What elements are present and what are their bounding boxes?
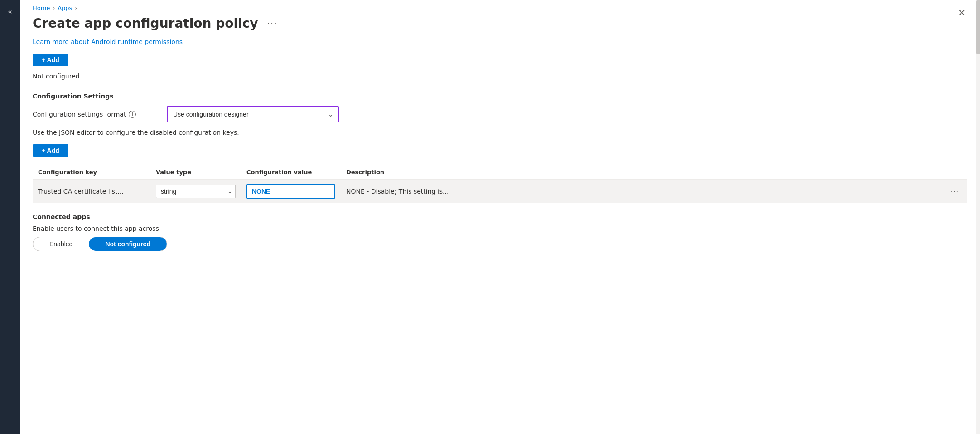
breadcrumb: Home › Apps › (20, 0, 980, 14)
close-button[interactable]: ✕ (954, 5, 969, 20)
row-config-key: Trusted CA certificate list... (33, 183, 150, 200)
value-type-select-wrapper: string integer boolean bundle list ⌄ (156, 185, 236, 198)
col-header-key: Configuration key (33, 169, 150, 176)
add-config-key-button[interactable]: + Add (33, 144, 68, 157)
collapse-button[interactable]: « (4, 4, 16, 20)
breadcrumb-apps[interactable]: Apps (58, 5, 72, 11)
page-title: Create app configuration policy (33, 16, 258, 31)
configuration-settings-title: Configuration Settings (33, 93, 967, 100)
row-value-type-cell: string integer boolean bundle list ⌄ (150, 180, 241, 203)
scrollbar-track[interactable] (976, 0, 980, 434)
format-select[interactable]: Use configuration designer Enter JSON da… (167, 106, 339, 122)
row-config-value-cell (241, 180, 341, 203)
connected-apps-toggle: Enabled Not configured (33, 237, 167, 251)
configuration-settings-section: Configuration Settings Configuration set… (33, 93, 967, 203)
connected-apps-title: Connected apps (33, 213, 967, 220)
breadcrumb-sep-1: › (53, 5, 55, 11)
row-more-options-button[interactable]: ··· (948, 186, 962, 196)
content-area: Home › Apps › Create app configuration p… (20, 0, 980, 434)
sidebar: « (0, 0, 20, 434)
breadcrumb-sep-2: › (75, 5, 77, 11)
col-header-config-value: Configuration value (241, 169, 341, 176)
connected-apps-section: Connected apps Enable users to connect t… (33, 213, 967, 251)
row-description-cell: NONE - Disable; This setting is... ··· (341, 182, 967, 201)
config-value-input[interactable] (246, 184, 335, 199)
json-editor-note: Use the JSON editor to configure the dis… (33, 129, 967, 136)
connected-apps-desc: Enable users to connect this app across (33, 225, 967, 232)
toggle-enabled-button[interactable]: Enabled (33, 237, 89, 251)
row-description-text: NONE - Disable; This setting is... (346, 188, 449, 195)
col-header-value-type: Value type (150, 169, 241, 176)
scrollbar-thumb[interactable] (976, 0, 980, 54)
table-row: Trusted CA certificate list... string in… (33, 180, 967, 203)
value-type-select[interactable]: string integer boolean bundle list (156, 185, 236, 198)
format-row: Configuration settings format i Use conf… (33, 106, 967, 122)
col-header-description: Description (341, 169, 967, 176)
page-options-button[interactable]: ··· (264, 17, 281, 30)
table-header: Configuration key Value type Configurati… (33, 165, 967, 180)
not-configured-text: Not configured (33, 73, 967, 80)
format-info-icon[interactable]: i (129, 111, 136, 118)
format-select-wrapper: Use configuration designer Enter JSON da… (167, 106, 339, 122)
panel-content: Learn more about Android runtime permiss… (20, 38, 980, 269)
format-label: Configuration settings format i (33, 111, 159, 118)
toggle-not-configured-button[interactable]: Not configured (89, 237, 167, 251)
format-label-text: Configuration settings format (33, 111, 126, 118)
learn-more-link[interactable]: Learn more about Android runtime permiss… (33, 38, 183, 45)
add-permissions-button[interactable]: + Add (33, 54, 68, 66)
page-header: Create app configuration policy ··· (20, 14, 980, 38)
breadcrumb-home[interactable]: Home (33, 5, 50, 11)
